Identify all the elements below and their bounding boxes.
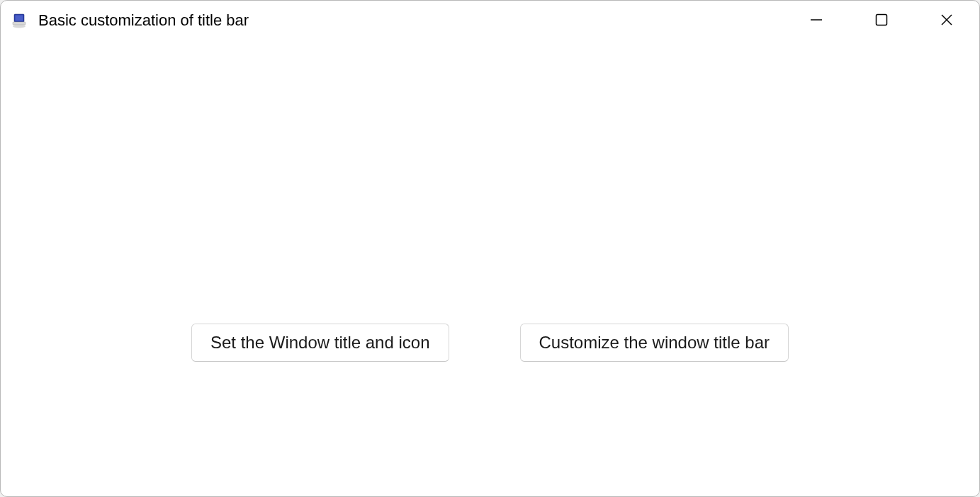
svg-point-3 xyxy=(13,25,26,28)
titlebar-left: Basic customization of title bar xyxy=(11,11,249,30)
maximize-icon xyxy=(875,13,888,28)
maximize-button[interactable] xyxy=(849,1,914,40)
content-area: Set the Window title and icon Customize … xyxy=(1,40,979,496)
close-icon xyxy=(940,13,953,28)
svg-rect-2 xyxy=(13,22,26,25)
minimize-icon xyxy=(810,13,823,28)
minimize-button[interactable] xyxy=(784,1,849,40)
customize-titlebar-button[interactable]: Customize the window title bar xyxy=(520,324,789,362)
svg-rect-5 xyxy=(877,14,887,25)
close-button[interactable] xyxy=(914,1,979,40)
titlebar: Basic customization of title bar xyxy=(1,1,979,40)
window-title: Basic customization of title bar xyxy=(38,11,249,30)
app-icon xyxy=(11,12,28,29)
set-title-icon-button[interactable]: Set the Window title and icon xyxy=(191,324,449,362)
svg-rect-1 xyxy=(16,16,23,21)
titlebar-controls xyxy=(784,1,979,40)
app-window: Basic customization of title bar xyxy=(0,0,980,497)
